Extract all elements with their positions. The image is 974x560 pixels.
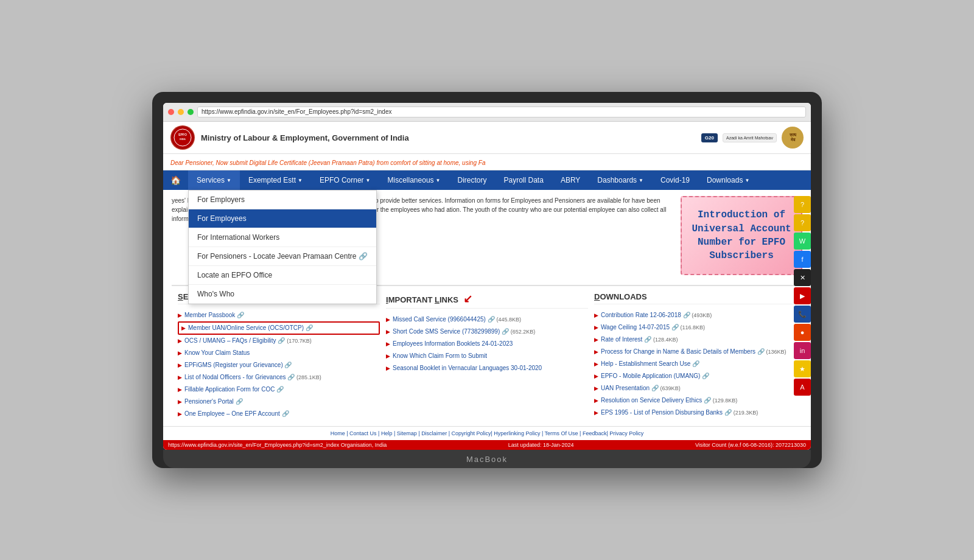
sansad-badge: सत्यमेव [782, 127, 804, 149]
dl-service-delivery[interactable]: ▶ Resolution on Service Delivery Ethics … [594, 394, 796, 407]
rss-social-btn[interactable]: ● [794, 324, 811, 341]
link-seasonal-booklet[interactable]: ▶ Seasonal Booklet in Vernacular Languag… [386, 362, 588, 374]
ticker-text: Dear Pensioner, Now submit Digital Life … [170, 159, 485, 166]
facebook-social-btn[interactable]: f [794, 251, 811, 268]
service-one-employee[interactable]: ▶ One Employee – One EPF Account 🔗 [178, 408, 380, 420]
link-info-booklets[interactable]: ▶ Employees Information Booklets 24-01-2… [386, 338, 588, 350]
main-navigation: 🏠 Services ▼ For Employers For Employees… [163, 170, 811, 190]
nav-payroll-label: Payroll Data [504, 176, 544, 184]
browser-minimize-dot[interactable] [178, 109, 184, 115]
twitter-social-btn[interactable]: ✕ [794, 269, 811, 286]
browser-close-dot[interactable] [168, 109, 174, 115]
nav-item-exempted[interactable]: Exempted Estt ▼ [240, 170, 311, 190]
header-logos: G20 Azadi ka Amrit Mahotsav सत्यमेव [701, 127, 804, 149]
site-header: EPFO INDIA Ministry of Labour & Employme… [163, 122, 811, 154]
laptop-base: MacBook [163, 450, 811, 468]
laptop-brand-label: MacBook [466, 455, 508, 464]
accessibility-social-btn[interactable]: A [794, 379, 811, 396]
status-bar: https://www.epfindia.gov.in/site_en/For_… [163, 440, 811, 450]
dropdown-for-employers[interactable]: For Employers [189, 191, 376, 209]
dropdown-for-pensioners[interactable]: For Pensioners - Locate Jeevan Pramaan C… [189, 247, 376, 266]
footer-link-privacy[interactable]: Privacy Policy [609, 430, 643, 436]
nav-item-services[interactable]: Services ▼ For Employers For Employees F… [188, 170, 240, 190]
dl-contribution-rate[interactable]: ▶ Contribution Rate 12-06-2018 🔗 (493KB) [594, 309, 796, 321]
laptop-frame: https://www.epfindia.gov.in/site_en/For_… [152, 92, 822, 468]
site-footer: Home | Contact Us | Help | Sitemap | Dis… [163, 426, 811, 440]
nav-item-covid[interactable]: Covid-19 [652, 170, 698, 190]
footer-link-home[interactable]: Home [331, 430, 345, 436]
service-fillable-form[interactable]: ▶ Fillable Application Form for COC 🔗 [178, 383, 380, 396]
downloads-section: DOWNLOADS ▶ Contribution Rate 12-06-2018… [594, 292, 796, 420]
dl-uan-presentation[interactable]: ▶ UAN Presentation 🔗 (639KB) [594, 382, 796, 394]
nav-item-dashboards[interactable]: Dashboards ▼ [589, 170, 652, 190]
nav-item-epfo-corner[interactable]: EPFO Corner ▼ [311, 170, 379, 190]
footer-link-feedback[interactable]: Feedback [583, 430, 607, 436]
footer-link-sitemap[interactable]: Sitemap [397, 430, 417, 436]
browser-maximize-dot[interactable] [187, 109, 194, 115]
nav-item-abry[interactable]: ABRY [552, 170, 589, 190]
downloads-section-title: DOWNLOADS [594, 292, 796, 304]
nav-misc-label: Miscellaneous [388, 176, 434, 184]
nav-downloads-label: Downloads [707, 176, 743, 184]
nav-item-miscellaneous[interactable]: Miscellaneous ▼ [379, 170, 449, 190]
footer-link-hyperlinking[interactable]: Hyperlinking Policy [494, 430, 540, 436]
dl-help-establishment[interactable]: ▶ Help - Establishment Search Use 🔗 [594, 358, 796, 370]
dl-umang-app[interactable]: ▶ EPFO - Mobile Application (UMANG) 🔗 [594, 370, 796, 382]
nav-dashboards-label: Dashboards [597, 176, 637, 184]
footer-link-disclaimer[interactable]: Disclaimer [421, 430, 447, 436]
nav-item-downloads[interactable]: Downloads ▼ [698, 170, 758, 190]
nav-directory-label: Directory [457, 176, 486, 184]
status-url: https://www.epfindia.gov.in/site_en/For_… [168, 442, 387, 448]
nav-home-button[interactable]: 🏠 [163, 170, 188, 190]
dl-wage-ceiling[interactable]: ▶ Wage Ceiling 14-07-2015 🔗 (116.8KB) [594, 321, 796, 334]
instagram-social-btn[interactable]: in [794, 342, 811, 359]
service-member-uan[interactable]: ▶ Member UAN/Online Service (OCS/OTCP) 🔗 [178, 321, 380, 335]
site-title: Ministry of Labour & Employment, Governm… [201, 133, 701, 142]
dl-eps-pension[interactable]: ▶ EPS 1995 - List of Pension Disbursing … [594, 407, 796, 419]
link-missed-call[interactable]: ▶ Missed Call Service (9966044425) 🔗 (44… [386, 313, 588, 326]
nav-item-payroll[interactable]: Payroll Data [496, 170, 552, 190]
dl-rate-of-interest[interactable]: ▶ Rate of Interest 🔗 (128.4KB) [594, 334, 796, 346]
svg-point-0 [172, 127, 194, 149]
ticker-bar: Dear Pensioner, Now submit Digital Life … [163, 154, 811, 170]
dropdown-whos-who[interactable]: Who's Who [189, 285, 376, 304]
nav-covid-label: Covid-19 [660, 176, 690, 184]
help-social-btn[interactable]: ? [794, 196, 811, 213]
service-ocs-umang[interactable]: ▶ OCS / UMANG – FAQs / Eligibility 🔗 (17… [178, 335, 380, 347]
youtube-social-btn[interactable]: ▶ [794, 287, 811, 304]
amrit-badge: Azadi ka Amrit Mahotsav [723, 133, 777, 142]
services-section: SERVICES ▶ Member Passbook 🔗 ▶ Member UA… [178, 292, 380, 420]
nav-epfo-corner-label: EPFO Corner [320, 176, 364, 184]
dl-name-change[interactable]: ▶ Process for Change in Name & Basic Det… [594, 346, 796, 358]
dropdown-for-employees[interactable]: For Employees [189, 209, 376, 228]
link-claim-form[interactable]: ▶ Know Which Claim Form to Submit [386, 350, 588, 362]
service-member-passbook[interactable]: ▶ Member Passbook 🔗 [178, 309, 380, 321]
service-know-claim-status[interactable]: ▶ Know Your Claim Status [178, 347, 380, 359]
phone-social-btn[interactable]: 📞 [794, 306, 811, 323]
nav-services-caret: ▼ [226, 178, 231, 183]
uan-banner: Introduction of Universal Account Number… [681, 196, 802, 275]
footer-link-contact[interactable]: Contact Us [349, 430, 377, 436]
status-updated: Last updated: 18-Jan-2024 [508, 442, 574, 448]
services-dropdown: For Employers For Employees For Internat… [188, 190, 377, 304]
faq-social-btn[interactable]: ? [794, 214, 811, 231]
whatsapp-social-btn[interactable]: W [794, 233, 811, 250]
dropdown-for-international[interactable]: For International Workers [189, 228, 376, 247]
footer-link-copyright[interactable]: Copyright Policy [451, 430, 491, 436]
epfo-logo: EPFO INDIA [170, 125, 195, 150]
nav-item-directory[interactable]: Directory [449, 170, 495, 190]
svg-text:INDIA: INDIA [180, 138, 186, 141]
browser-url-bar[interactable]: https://www.epfindia.gov.in/site_en/For_… [197, 107, 806, 117]
uan-banner-text: Introduction of Universal Account Number… [690, 208, 793, 263]
service-epfigms[interactable]: ▶ EPFiGMS (Register your Grievance) 🔗 [178, 359, 380, 371]
footer-link-terms[interactable]: Terms Of Use [545, 430, 578, 436]
dropdown-locate-epfo[interactable]: Locate an EPFO Office [189, 266, 376, 285]
svg-text:EPFO: EPFO [178, 133, 187, 136]
snapchat-social-btn[interactable]: ★ [794, 360, 811, 377]
nav-services-label: Services [197, 176, 225, 184]
footer-link-help[interactable]: Help [381, 430, 393, 436]
service-pensioners-portal[interactable]: ▶ Pensioner's Portal 🔗 [178, 396, 380, 408]
service-nodal-officers[interactable]: ▶ List of Nodal Officers - for Grievance… [178, 371, 380, 383]
link-sms-service[interactable]: ▶ Short Code SMS Service (7738299899) 🔗 … [386, 326, 588, 338]
sections-row: SERVICES ▶ Member Passbook 🔗 ▶ Member UA… [172, 285, 802, 426]
